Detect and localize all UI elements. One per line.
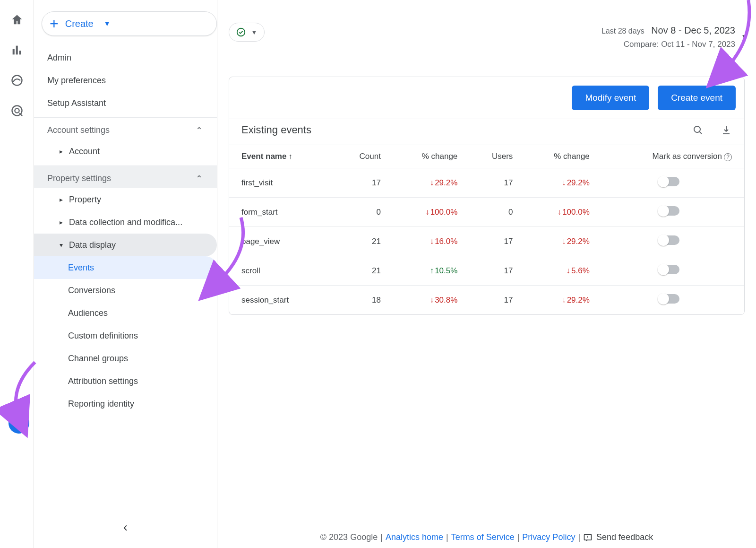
cell-event-name[interactable]: page_view bbox=[229, 227, 333, 256]
cell-conversion-toggle bbox=[598, 198, 744, 227]
nav-conversions[interactable]: Conversions bbox=[34, 279, 217, 302]
advertising-icon[interactable] bbox=[10, 104, 24, 117]
cell-count-change: 16.0% bbox=[389, 227, 466, 256]
svg-point-7 bbox=[694, 126, 700, 132]
col-event-name[interactable]: Event name↑ bbox=[229, 145, 333, 168]
nav-audiences[interactable]: Audiences bbox=[34, 302, 217, 324]
create-button[interactable]: + Create ▼ bbox=[42, 11, 217, 36]
nav-property[interactable]: ▸ Property bbox=[34, 188, 217, 211]
cell-event-name[interactable]: session_start bbox=[229, 286, 333, 315]
caret-down-icon: ▼ bbox=[741, 31, 747, 42]
cell-users-change: 29.2% bbox=[521, 227, 598, 256]
cell-users: 17 bbox=[466, 227, 521, 256]
cell-count: 18 bbox=[333, 286, 389, 315]
conversion-toggle[interactable] bbox=[659, 177, 679, 186]
cell-count-change: 100.0% bbox=[389, 198, 466, 227]
table-row: scroll2110.5%175.6% bbox=[229, 256, 744, 286]
cell-count: 0 bbox=[333, 198, 389, 227]
nav-account[interactable]: ▸ Account bbox=[34, 140, 217, 163]
date-range-picker[interactable]: Last 28 days Nov 8 - Dec 5, 2023 Compare… bbox=[601, 23, 745, 51]
cell-count-change: 30.8% bbox=[389, 286, 466, 315]
footer-link-analytics-home[interactable]: Analytics home bbox=[386, 532, 443, 542]
collapse-sidebar-icon[interactable]: ‹ bbox=[34, 520, 217, 535]
conversion-toggle[interactable] bbox=[659, 235, 679, 245]
conversion-toggle[interactable] bbox=[659, 206, 679, 216]
col-count[interactable]: Count bbox=[333, 145, 389, 168]
home-icon[interactable] bbox=[10, 13, 24, 26]
col-count-change[interactable]: % change bbox=[389, 145, 466, 168]
footer-link-privacy[interactable]: Privacy Policy bbox=[522, 532, 575, 542]
cell-count: 21 bbox=[333, 227, 389, 256]
create-button-label: Create bbox=[65, 18, 94, 29]
create-event-button[interactable]: Create event bbox=[658, 86, 736, 110]
conversion-toggle[interactable] bbox=[659, 294, 679, 304]
chevron-up-icon: ⌃ bbox=[196, 125, 203, 136]
cell-count: 17 bbox=[333, 168, 389, 198]
main: ▼ Last 28 days Nov 8 - Dec 5, 2023 Compa… bbox=[217, 0, 756, 548]
help-icon[interactable]: ? bbox=[724, 153, 732, 161]
send-feedback-button[interactable]: Send feedback bbox=[583, 532, 653, 542]
cell-event-name[interactable]: form_start bbox=[229, 198, 333, 227]
caret-right-icon: ▸ bbox=[57, 218, 65, 226]
existing-events-header: Existing events bbox=[229, 119, 744, 145]
footer-copyright: © 2023 Google bbox=[320, 532, 378, 542]
nav-reporting-identity[interactable]: Reporting identity bbox=[34, 392, 217, 415]
nav-data-collection[interactable]: ▸ Data collection and modifica... bbox=[34, 211, 217, 234]
cell-users-change: 29.2% bbox=[521, 168, 598, 198]
date-period-range: Nov 8 - Dec 5, 2023 bbox=[651, 25, 735, 35]
cell-event-name[interactable]: first_visit bbox=[229, 168, 333, 198]
explore-icon[interactable] bbox=[10, 74, 24, 87]
nav-channel-groups[interactable]: Channel groups bbox=[34, 347, 217, 370]
cell-count-change: 29.2% bbox=[389, 168, 466, 198]
nav-custom-definitions[interactable]: Custom definitions bbox=[34, 324, 217, 347]
svg-rect-2 bbox=[19, 51, 21, 54]
admin-gear-icon[interactable] bbox=[9, 413, 29, 434]
card-actions: Modify event Create event bbox=[229, 77, 744, 119]
cell-conversion-toggle bbox=[598, 227, 744, 256]
svg-rect-0 bbox=[12, 49, 14, 55]
col-mark-conversion: Mark as conversion? bbox=[598, 145, 744, 168]
cell-users: 17 bbox=[466, 256, 521, 286]
left-rail bbox=[0, 0, 34, 548]
modify-event-button[interactable]: Modify event bbox=[572, 86, 649, 110]
sort-asc-icon: ↑ bbox=[288, 152, 292, 160]
footer-link-terms[interactable]: Terms of Service bbox=[451, 532, 515, 542]
download-icon[interactable] bbox=[721, 124, 732, 136]
search-icon[interactable] bbox=[692, 124, 704, 136]
events-table: Event name↑ Count % change Users % chang… bbox=[229, 145, 744, 314]
cell-users-change: 29.2% bbox=[521, 286, 598, 315]
caret-right-icon: ▸ bbox=[57, 196, 65, 203]
caret-right-icon: ▸ bbox=[57, 148, 65, 155]
status-chip[interactable]: ▼ bbox=[229, 23, 265, 42]
property-settings-header[interactable]: Property settings ⌃ bbox=[34, 165, 217, 188]
col-users-change[interactable]: % change bbox=[521, 145, 598, 168]
conversion-toggle[interactable] bbox=[659, 265, 679, 274]
nav-setup-assistant[interactable]: Setup Assistant bbox=[34, 92, 217, 114]
footer: © 2023 Google | Analytics home | Terms o… bbox=[217, 532, 756, 542]
nav-my-preferences[interactable]: My preferences bbox=[34, 69, 217, 92]
table-row: form_start0100.0%0100.0% bbox=[229, 198, 744, 227]
nav-admin[interactable]: Admin bbox=[34, 46, 217, 69]
events-card: Modify event Create event Existing event… bbox=[229, 77, 745, 315]
cell-conversion-toggle bbox=[598, 256, 744, 286]
account-settings-header[interactable]: Account settings ⌃ bbox=[34, 117, 217, 140]
cell-event-name[interactable]: scroll bbox=[229, 256, 333, 286]
cell-count: 21 bbox=[333, 256, 389, 286]
cell-users: 17 bbox=[466, 286, 521, 315]
topbar: ▼ Last 28 days Nov 8 - Dec 5, 2023 Compa… bbox=[217, 0, 756, 57]
nav-data-display[interactable]: ▾ Data display bbox=[34, 234, 217, 256]
reports-icon[interactable] bbox=[10, 43, 24, 57]
cell-users: 0 bbox=[466, 198, 521, 227]
col-users[interactable]: Users bbox=[466, 145, 521, 168]
nav-attribution-settings[interactable]: Attribution settings bbox=[34, 370, 217, 392]
cell-users-change: 100.0% bbox=[521, 198, 598, 227]
nav-events[interactable]: Events bbox=[34, 256, 217, 279]
chevron-up-icon: ⌃ bbox=[196, 174, 203, 184]
table-row: page_view2116.0%1729.2% bbox=[229, 227, 744, 256]
existing-events-title: Existing events bbox=[241, 124, 311, 136]
date-compare: Compare: Oct 11 - Nov 7, 2023 bbox=[601, 38, 735, 51]
nav-list: Admin My preferences Setup Assistant Acc… bbox=[34, 46, 217, 415]
caret-down-icon: ▼ bbox=[104, 20, 111, 27]
table-row: first_visit1729.2%1729.2% bbox=[229, 168, 744, 198]
date-period-label: Last 28 days bbox=[601, 27, 644, 35]
